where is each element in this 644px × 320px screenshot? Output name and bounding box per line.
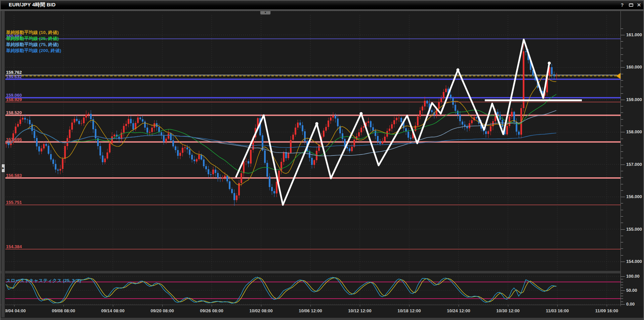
price-axis-tick: [621, 203, 623, 203]
time-axis-tick: [113, 305, 113, 307]
time-axis-tick: [212, 305, 212, 307]
price-axis-tick: [621, 151, 623, 152]
time-axis-tick: [557, 305, 558, 307]
price-axis-tick: [621, 119, 623, 120]
price-axis-tick: [621, 87, 623, 87]
time-axis-label: 11/09 16:00: [588, 306, 626, 316]
window-title: EUR/JPY 4時間 BID: [9, 2, 55, 8]
price-axis[interactable]: 161.000160.000159.000158.000157.000156.0…: [620, 11, 644, 306]
price-line-label: 154.384: [6, 244, 22, 249]
price-axis-tick: [621, 145, 623, 145]
time-axis-tick: [14, 305, 14, 307]
price-axis-tick: [621, 106, 623, 106]
price-axis-tick: [621, 276, 625, 277]
price-line-label: 155.751: [6, 200, 22, 205]
time-axis-tick: [409, 305, 410, 307]
maximize-button[interactable]: [627, 2, 635, 8]
ma-legend-item: 単純移動平均線 (75, 終値): [6, 42, 61, 48]
price-axis-tick: [621, 35, 625, 35]
price-axis-tick: [621, 61, 623, 61]
price-axis-tick: [621, 304, 625, 305]
price-axis-tick: [621, 296, 623, 296]
time-axis-tick: [63, 305, 64, 307]
zigzag-dot: [457, 68, 460, 72]
time-axis[interactable]: 09/04 04:0009/08 08:0009/14 08:0009/20 0…: [5, 306, 644, 316]
help-button[interactable]: ?: [618, 2, 626, 8]
left-panel-strip: ▶: [1, 11, 5, 317]
price-axis-label: 154.000: [626, 259, 642, 264]
close-button[interactable]: ✕: [635, 2, 643, 8]
ma-legend-item: 単純移動平均線 (10, 終値): [6, 30, 61, 36]
price-axis-tick: [621, 282, 623, 282]
time-axis-label: 10/18 12:00: [390, 306, 428, 316]
price-axis-tick: [621, 290, 625, 291]
ma-legend: 単純移動平均線 (10, 終値)単純移動平均線 (25, 終値)単純移動平均線 …: [6, 30, 61, 54]
price-axis-label: 159.000: [626, 97, 642, 102]
price-line-label: 158.929: [6, 97, 22, 102]
price-axis-tick: [621, 302, 623, 302]
price-axis-tick: [621, 171, 623, 171]
stochastic-legend: スローストキャスティクス (25, 3, 3): [6, 278, 81, 284]
zigzag-dot: [360, 112, 363, 115]
price-axis-label: 0.00: [626, 302, 635, 307]
time-axis-label: 09/08 08:00: [44, 306, 83, 316]
price-axis-tick: [621, 287, 623, 288]
price-axis-tick: [621, 126, 623, 126]
panel-splitter[interactable]: [1, 271, 620, 274]
price-axis-tick: [621, 48, 623, 48]
price-axis-tick: [621, 229, 625, 230]
time-axis-label: 10/12 12:00: [341, 306, 379, 316]
price-axis-tick: [621, 197, 625, 197]
time-axis-label: 10/02 08:00: [242, 306, 280, 316]
price-line-label: 159.632: [6, 74, 22, 79]
ma-legend-item: 単純移動平均線 (25, 終値): [6, 36, 61, 42]
price-line-label: 158.520: [6, 110, 22, 115]
ma-200-line: [6, 129, 556, 147]
price-axis-label: 50.00: [626, 288, 637, 293]
price-axis-tick: [621, 112, 623, 113]
toolbar-strip: [1, 9, 644, 11]
time-axis-label: 09/04 04:00: [5, 306, 33, 316]
price-axis-label: 100.00: [626, 274, 640, 279]
time-axis-label: 10/30 12:00: [489, 306, 527, 316]
price-axis-tick: [621, 285, 623, 285]
price-axis-tick: [621, 216, 623, 217]
stochastic-panel: [5, 277, 620, 303]
price-axis-tick: [621, 293, 623, 293]
price-axis-tick: [621, 242, 623, 242]
time-axis-tick: [310, 305, 311, 307]
time-axis-tick: [508, 305, 508, 307]
price-axis-tick: [621, 299, 623, 299]
price-axis-tick: [621, 210, 623, 210]
price-line-label: 156.583: [6, 173, 22, 178]
price-axis-tick: [621, 100, 625, 100]
price-axis-tick: [621, 67, 625, 67]
time-axis-tick: [607, 305, 607, 307]
price-axis-tick: [621, 248, 623, 249]
price-axis-tick: [621, 190, 623, 191]
toolbar-collapse-handle[interactable]: ▼: [260, 11, 271, 15]
time-axis-tick: [261, 305, 261, 307]
time-axis-label: 09/14 08:00: [94, 306, 132, 316]
price-chart[interactable]: 159.732: [1, 0, 644, 320]
time-axis-tick: [162, 305, 163, 307]
price-axis-tick: [621, 41, 623, 42]
price-axis-tick: [621, 54, 623, 55]
price-axis-tick: [621, 165, 625, 165]
price-axis-tick: [621, 236, 623, 236]
price-axis-tick: [621, 158, 623, 158]
price-axis-tick: [621, 93, 623, 94]
sidebar-expand-handle[interactable]: ▶: [1, 164, 5, 173]
price-axis-label: 158.000: [626, 129, 642, 134]
price-axis-tick: [621, 139, 623, 139]
time-axis-label: 09/20 08:00: [143, 306, 181, 316]
price-axis-tick: [621, 29, 623, 29]
price-axis-tick: [621, 262, 625, 262]
time-axis-tick: [459, 305, 459, 307]
chart-window: 159.732 160.882159.762159.632159.060158.…: [0, 0, 644, 320]
price-axis-tick: [621, 177, 623, 178]
price-axis-tick: [621, 279, 623, 279]
price-axis-tick: [621, 184, 623, 184]
price-axis-tick: [621, 132, 625, 132]
price-axis-tick: [621, 80, 623, 81]
